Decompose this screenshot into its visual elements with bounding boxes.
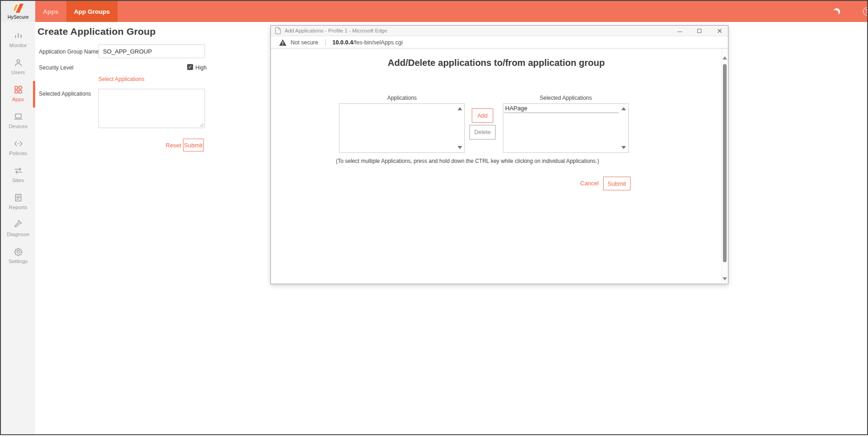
sidebar-item-monitor[interactable]: Monitor: [1, 26, 35, 53]
moon-icon[interactable]: [833, 7, 841, 16]
address-separator: [325, 39, 326, 46]
sidebar-item-label: Diagnose: [7, 232, 29, 237]
group-name-label: Application Group Name: [39, 49, 99, 55]
help-icon[interactable]: ?: [863, 7, 868, 16]
close-icon[interactable]: ✕: [717, 27, 722, 34]
bar-chart-icon: [13, 31, 23, 41]
swap-arrows-icon: [13, 166, 23, 176]
popup-scrollbar[interactable]: [721, 49, 728, 283]
page-title: Create Application Group: [38, 26, 156, 37]
window-controls: ✕: [677, 26, 722, 36]
popup-titlebar[interactable]: Add Applications - Profile 1 - Microsoft…: [271, 26, 728, 36]
security-level-checkbox[interactable]: [187, 64, 193, 70]
select-applications-link[interactable]: Select Applications: [98, 76, 145, 82]
not-secure-label: Not secure: [291, 39, 318, 46]
wrench-icon: [13, 220, 23, 230]
cancel-button[interactable]: Cancel: [580, 180, 598, 187]
app-window: HySecure Apps App Groups ? Monitor Users…: [0, 0, 868, 435]
scrollbar-thumb[interactable]: [723, 64, 727, 262]
security-level-option-label: High: [195, 65, 207, 71]
popup-window-title: Add Applications - Profile 1 - Microsoft…: [285, 28, 387, 33]
scroll-down-icon[interactable]: [722, 277, 727, 281]
reset-button[interactable]: Reset: [166, 142, 181, 149]
listbox-scroll-down-icon[interactable]: [458, 146, 462, 149]
tab-app-groups[interactable]: App Groups: [66, 1, 118, 22]
popup-heading: Add/Delete applications to/from applicat…: [271, 58, 722, 68]
delete-button[interactable]: Delete: [469, 125, 496, 140]
sidebar-item-label: Monitor: [9, 43, 27, 48]
sidebar-item-label: Reports: [9, 205, 27, 210]
multi-select-note: (To select multiple Applications, press …: [336, 158, 599, 164]
popup-submit-button[interactable]: Submit: [603, 177, 631, 190]
selected-applications-textarea[interactable]: [98, 89, 205, 128]
sidebar-item-label: Users: [11, 70, 25, 75]
address-path: /fes-bin/selApps.cgi: [353, 39, 403, 46]
address-host: 10.0.0.4: [332, 39, 353, 46]
user-icon: [13, 58, 23, 68]
group-name-input[interactable]: [98, 44, 205, 58]
applications-list-label: Applications: [339, 95, 465, 101]
topbar-icons: ?: [833, 1, 867, 22]
sidebar-item-label: Settings: [9, 259, 28, 264]
sidebar-item-label: Policies: [9, 151, 27, 156]
sidebar-item-reports[interactable]: Reports: [1, 188, 35, 215]
sidebar-item-users[interactable]: Users: [1, 53, 35, 80]
warning-triangle-icon: [279, 39, 286, 46]
sidebar-item-apps[interactable]: Apps: [1, 80, 35, 107]
laptop-icon: [13, 112, 23, 122]
add-applications-window: Add Applications - Profile 1 - Microsoft…: [270, 25, 728, 284]
hysecure-logo-icon: [12, 4, 24, 14]
brand-logo: HySecure: [1, 1, 35, 22]
page-icon: [275, 27, 281, 34]
sidebar-item-policies[interactable]: Policies: [1, 134, 35, 161]
add-button[interactable]: Add: [472, 108, 493, 123]
sidebar-item-sites[interactable]: Sites: [1, 161, 35, 188]
top-nav-bar: Apps App Groups ?: [35, 1, 867, 22]
brand-name: HySecure: [7, 14, 28, 20]
code-brackets-icon: [13, 139, 23, 149]
listbox-scroll-up-icon[interactable]: [458, 107, 462, 110]
app-grid-icon: [13, 85, 23, 95]
sidebar-item-settings[interactable]: Settings: [1, 242, 35, 269]
sidebar-item-label: Devices: [9, 124, 27, 129]
selected-applications-label: Selected Applications: [39, 91, 91, 97]
sidebar: Monitor Users Apps Devices Policies Site…: [1, 22, 35, 434]
popup-address-bar: Not secure 10.0.0.4/fes-bin/selApps.cgi: [271, 37, 728, 49]
sidebar-item-label: Sites: [12, 178, 24, 183]
selected-applications-list-label: Selected Applications: [503, 95, 629, 101]
maximize-icon[interactable]: [697, 29, 701, 33]
sidebar-item-devices[interactable]: Devices: [1, 107, 35, 134]
security-level-label: Security Level: [39, 65, 73, 71]
listbox-scroll-up-icon[interactable]: [621, 107, 626, 110]
tab-apps[interactable]: Apps: [35, 1, 66, 22]
scroll-up-icon[interactable]: [722, 56, 727, 59]
applications-listbox[interactable]: [339, 103, 465, 153]
sidebar-item-diagnose[interactable]: Diagnose: [1, 215, 35, 242]
listbox-scroll-down-icon[interactable]: [621, 146, 626, 149]
selected-applications-listbox[interactable]: HAPage: [503, 103, 629, 153]
form-submit-button[interactable]: Submit: [183, 139, 204, 151]
document-icon: [13, 193, 23, 203]
sidebar-item-label: Apps: [12, 97, 24, 102]
gear-icon: [13, 247, 23, 257]
minimize-icon[interactable]: [677, 32, 682, 32]
list-item-hapage[interactable]: HAPage: [504, 104, 619, 113]
